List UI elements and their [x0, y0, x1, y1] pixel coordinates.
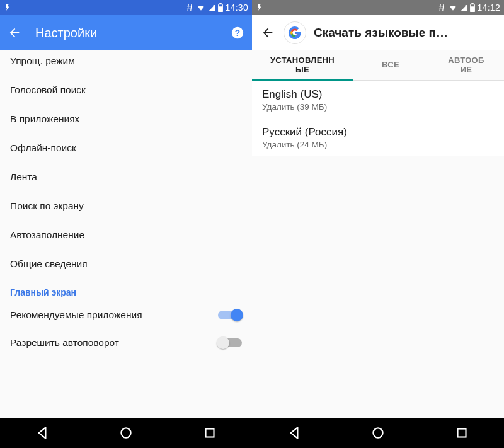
tab-label: АВТООБИЕ [448, 56, 484, 75]
nav-recent-icon[interactable] [202, 425, 218, 441]
tab[interactable]: ВСЕ [353, 50, 428, 80]
nav-home-icon[interactable] [118, 425, 134, 441]
cell-signal-icon: x [207, 3, 216, 12]
tab-label: ВСЕ [382, 60, 399, 70]
flash-icon [4, 3, 11, 12]
language-item[interactable]: English (US)Удалить (39 МБ) [252, 81, 504, 118]
language-item[interactable]: Русский (Россия)Удалить (24 МБ) [252, 118, 504, 156]
settings-item[interactable]: Упрощ. режим [0, 50, 252, 76]
nav-bar [252, 418, 504, 448]
language-list[interactable]: English (US)Удалить (39 МБ)Русский (Росс… [252, 81, 504, 156]
section-header: Главный экран [0, 279, 252, 301]
nav-recent-icon[interactable] [454, 425, 470, 441]
settings-item[interactable]: Лента [0, 163, 252, 192]
tab[interactable]: АВТООБИЕ [428, 50, 504, 80]
toolbar-title: Скачать языковые п… [314, 26, 448, 40]
toolbar: Скачать языковые п… [252, 15, 504, 50]
tabs: УСТАНОВЛЕННЫЕВСЕАВТООБИЕ [252, 50, 504, 81]
hash-icon [437, 3, 447, 12]
settings-item[interactable]: Автозаполнение [0, 221, 252, 250]
language-name: English (US) [262, 88, 494, 101]
back-icon[interactable] [257, 22, 278, 43]
svg-point-6 [121, 428, 130, 437]
hash-icon [185, 3, 195, 12]
status-time: 14:12 [477, 3, 500, 13]
appbar-title: Настройки [35, 26, 231, 40]
app-bar: Настройки ? [0, 15, 252, 50]
language-subtext: Удалить (24 МБ) [262, 140, 494, 149]
svg-rect-3 [219, 6, 223, 12]
status-bar: x 14:30 [0, 0, 252, 15]
settings-item[interactable]: Поиск по экрану [0, 192, 252, 221]
settings-item[interactable]: Голосовой поиск [0, 76, 252, 105]
language-name: Русский (Россия) [262, 126, 494, 139]
help-icon[interactable]: ? [231, 26, 244, 40]
toggle-switch[interactable] [218, 336, 242, 349]
cell-signal-icon: x [459, 3, 468, 12]
tab-label: УСТАНОВЛЕННЫЕ [270, 56, 335, 75]
nav-back-icon[interactable] [34, 425, 50, 441]
settings-item[interactable]: В приложениях [0, 105, 252, 134]
row-label: Разрешить автоповорот [10, 337, 119, 348]
battery-icon [469, 3, 476, 12]
svg-rect-7 [206, 429, 214, 437]
back-icon[interactable] [8, 26, 21, 40]
status-bar: x 14:12 [252, 0, 504, 15]
settings-toggle-row[interactable]: Рекомендуемые приложения [0, 301, 252, 329]
wifi-icon [196, 3, 206, 12]
language-subtext: Удалить (39 МБ) [262, 102, 494, 112]
settings-toggle-row[interactable]: Разрешить автоповорот [0, 329, 252, 357]
flash-icon [256, 3, 263, 12]
nav-home-icon[interactable] [370, 425, 386, 441]
google-logo-icon [284, 21, 306, 44]
tab[interactable]: УСТАНОВЛЕННЫЕ [252, 50, 353, 80]
wifi-icon [448, 3, 458, 12]
nav-back-icon[interactable] [286, 425, 302, 441]
svg-point-12 [373, 428, 382, 437]
toggle-switch[interactable] [218, 309, 242, 321]
settings-item[interactable]: Общие сведения [0, 250, 252, 279]
svg-rect-13 [458, 429, 466, 437]
svg-rect-11 [471, 6, 475, 12]
battery-icon [217, 3, 224, 12]
status-time: 14:30 [225, 3, 248, 13]
row-label: Рекомендуемые приложения [10, 309, 142, 321]
settings-item[interactable]: Офлайн-поиск [0, 134, 252, 163]
svg-text:?: ? [235, 28, 240, 38]
nav-bar [0, 418, 252, 448]
settings-list[interactable]: Упрощ. режимГолосовой поискВ приложениях… [0, 50, 252, 418]
